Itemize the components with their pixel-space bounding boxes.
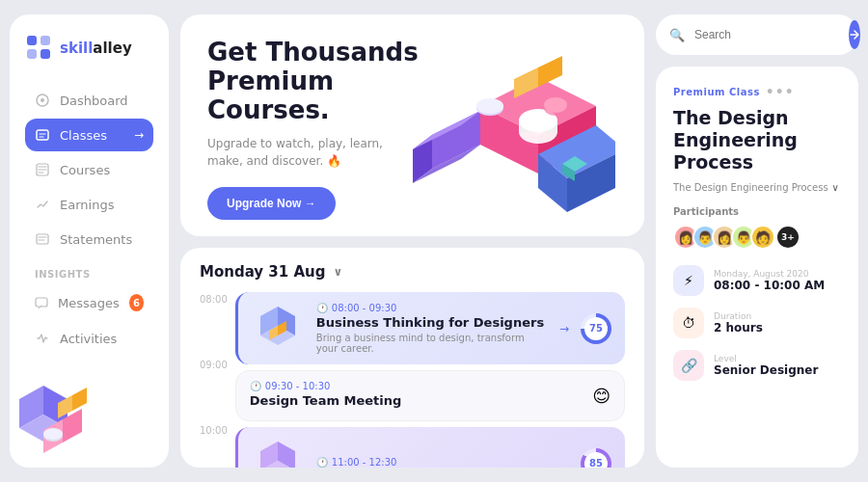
sidebar-item-activities[interactable]: Activities [25, 322, 153, 355]
dots-menu[interactable]: ••• [766, 84, 795, 99]
classes-icon [35, 127, 50, 143]
event-time-1: 🕐 08:00 - 09:30 [316, 303, 548, 313]
event-title-1: Business Thinking for Designers [316, 315, 548, 330]
schedule-date: Monday 31 Aug [200, 263, 325, 281]
svg-rect-6 [37, 130, 48, 140]
messages-badge: 6 [129, 294, 144, 311]
sidebar: skillalley Dashboard Classes → [10, 14, 169, 468]
schedule-header: Monday 31 Aug ∨ [200, 263, 625, 281]
event-illustration-1 [252, 302, 305, 355]
svg-rect-1 [41, 36, 50, 45]
sidebar-item-label: Earnings [60, 198, 114, 212]
date-label: Monday, August 2020 [714, 269, 825, 279]
event-info-2: 🕐 09:30 - 10:30 Design Team Meeting [250, 381, 581, 411]
sidebar-item-messages[interactable]: Messages 6 [25, 285, 153, 320]
activities-icon [35, 331, 50, 346]
search-icon: 🔍 [669, 28, 685, 42]
level-value: Senior Designer [714, 363, 818, 377]
schedule-card: Monday 31 Aug ∨ 08:00 09:00 10:00 11:00 [180, 248, 644, 468]
time-labels: 08:00 09:00 10:00 11:00 [200, 292, 228, 468]
right-panel: 🔍 Premium Class ••• The Design Engineeri… [656, 14, 858, 468]
svg-point-5 [41, 98, 44, 102]
hero-card: Get Thousands Premium Courses. Upgrade t… [180, 14, 644, 236]
participants-label: Participants [673, 206, 841, 217]
avatar-5: 🧑 [750, 225, 775, 250]
messages-icon [35, 295, 48, 310]
event-arrow-1[interactable]: → [559, 322, 569, 335]
avatars-more: 3+ [775, 225, 800, 250]
event-score-3: 85 [581, 448, 611, 469]
logo-area: skillalley [25, 34, 153, 61]
schedule-chevron[interactable]: ∨ [333, 265, 342, 279]
svg-rect-3 [41, 49, 50, 59]
duration-icon: ⏱ [682, 315, 695, 331]
date-value: 08:00 - 10:00 AM [714, 279, 825, 292]
nav-section: Dashboard Classes → Courses [25, 84, 153, 255]
duration-icon-box: ⏱ [673, 308, 704, 338]
detail-duration: ⏱ Duration 2 hours [673, 308, 841, 338]
premium-label: Premium Class ••• [673, 84, 841, 99]
event-3[interactable]: 🕐 11:00 - 12:30 85 [235, 427, 625, 468]
event-design-meeting[interactable]: 🕐 09:30 - 10:30 Design Team Meeting 😊 [235, 370, 625, 421]
sidebar-item-label: Dashboard [60, 94, 128, 108]
event-illustration-3 [252, 437, 305, 468]
time-label-0: 08:00 [200, 294, 228, 360]
sidebar-item-dashboard[interactable]: Dashboard [25, 84, 153, 117]
sidebar-item-earnings[interactable]: Earnings [25, 188, 153, 221]
subtitle-chevron[interactable]: ∨ [832, 182, 839, 193]
nav-arrow: → [134, 128, 144, 142]
course-subtitle: The Design Engineering Process ∨ [673, 182, 841, 193]
svg-marker-31 [538, 56, 562, 87]
svg-point-19 [43, 428, 63, 440]
event-business-thinking[interactable]: 🕐 08:00 - 09:30 Business Thinking for De… [235, 292, 625, 364]
duration-value: 2 hours [714, 321, 763, 335]
avatars-row: 👩 👨 👩 👨 🧑 3+ [673, 225, 841, 250]
svg-marker-16 [72, 388, 87, 411]
detail-card: Premium Class ••• The Design Engineering… [656, 67, 858, 468]
date-info: Monday, August 2020 08:00 - 10:00 AM [714, 269, 825, 292]
search-bar: 🔍 [656, 14, 858, 55]
svg-rect-0 [27, 36, 37, 45]
schedule-grid: 08:00 09:00 10:00 11:00 [200, 292, 625, 468]
courses-icon [35, 162, 50, 177]
app-container: skillalley Dashboard Classes → [10, 14, 858, 468]
sidebar-item-courses[interactable]: Courses [25, 153, 153, 186]
hero-subtitle: Upgrade to watch, play, learn, make, and… [207, 135, 400, 170]
main-area: Get Thousands Premium Courses. Upgrade t… [180, 14, 644, 468]
event-emoji-2: 😊 [592, 386, 610, 406]
time-label-1: 09:00 [200, 360, 228, 425]
dashboard-icon [35, 93, 50, 108]
time-label-2: 10:00 [200, 425, 228, 468]
sidebar-item-label: Messages [58, 296, 120, 310]
detail-date: ⚡ Monday, August 2020 08:00 - 10:00 AM [673, 265, 841, 296]
level-info: Level Senior Designer [714, 354, 818, 377]
event-info-3: 🕐 11:00 - 12:30 [316, 457, 569, 468]
search-button[interactable] [849, 20, 860, 49]
earnings-icon [35, 197, 50, 212]
event-desc-1: Bring a business mind to design, transfo… [316, 333, 548, 354]
level-icon: 🔗 [681, 358, 697, 373]
logo-text: skillalley [60, 39, 132, 57]
course-title: The Design Engineering Process [673, 107, 841, 173]
date-icon: ⚡ [684, 273, 693, 288]
level-label: Level [714, 354, 818, 363]
sidebar-item-label: Activities [60, 332, 117, 346]
sidebar-item-statements[interactable]: Statements [25, 223, 153, 255]
sidebar-item-label: Courses [60, 163, 110, 177]
svg-rect-8 [37, 234, 48, 244]
event-info-1: 🕐 08:00 - 09:30 Business Thinking for De… [316, 303, 548, 354]
event-score-1: 75 [581, 313, 611, 344]
search-input[interactable] [694, 28, 839, 41]
detail-level: 🔗 Level Senior Designer [673, 350, 841, 381]
event-time-3: 🕐 11:00 - 12:30 [316, 457, 569, 468]
upgrade-button[interactable]: Upgrade Now → [207, 187, 336, 220]
event-time-2: 🕐 09:30 - 10:30 [250, 381, 581, 391]
insights-section-label: Insights [35, 269, 144, 280]
sidebar-item-classes[interactable]: Classes → [25, 119, 153, 151]
svg-point-38 [476, 98, 503, 114]
date-icon-box: ⚡ [673, 265, 704, 296]
duration-info: Duration 2 hours [714, 311, 763, 335]
sidebar-decoration [10, 371, 125, 468]
sidebar-item-label: Classes [60, 128, 107, 143]
hero-illustration [403, 29, 615, 222]
